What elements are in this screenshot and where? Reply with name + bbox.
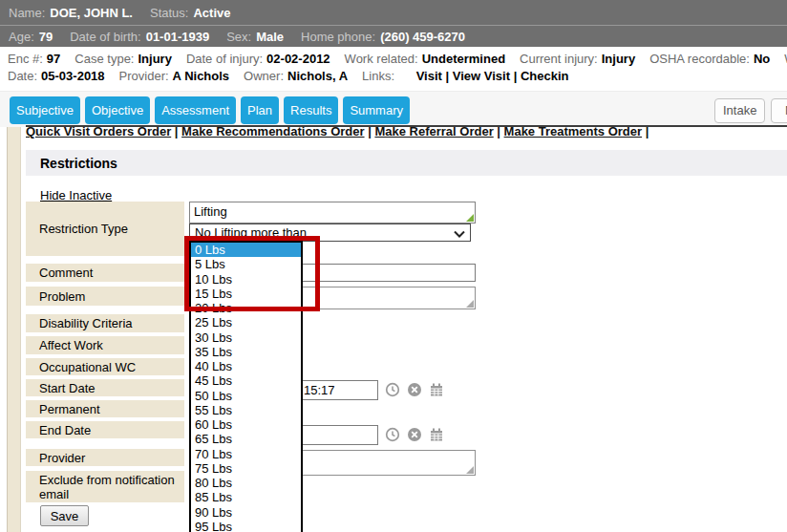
field-label: Name:: [9, 6, 45, 20]
section-header: Restrictions: [26, 150, 787, 176]
label-problem: Problem: [26, 287, 184, 306]
dropdown-option[interactable]: 40 Lbs: [191, 359, 301, 373]
encounter-info-line1: Enc #:97Case type:InjuryDate of injury:0…: [8, 52, 787, 66]
encounter-field: Owner:Nichols, A: [244, 69, 362, 83]
field-label: Date of birth:: [70, 30, 140, 44]
header-buttons: IntakeNu: [714, 98, 787, 123]
header-button[interactable]: Nu: [771, 98, 787, 123]
field-value: A Nichols: [173, 69, 229, 83]
field-label: Home phone:: [301, 30, 375, 44]
encounter-link[interactable]: View Visit: [453, 69, 510, 83]
visit-tab[interactable]: Subjective: [10, 96, 80, 124]
dropdown-option[interactable]: 5 Lbs: [191, 257, 301, 271]
encounter-field: Date:05-03-2018: [8, 69, 119, 83]
resize-grip-icon[interactable]: [466, 214, 474, 222]
field-label: OSHA recordable:: [649, 52, 750, 66]
dropdown-option[interactable]: 80 Lbs: [191, 476, 301, 490]
encounter-link[interactable]: Checkin: [521, 69, 569, 83]
dropdown-option[interactable]: 45 Lbs: [191, 373, 301, 388]
label-end-date: End Date: [26, 421, 184, 438]
dropdown-option[interactable]: 35 Lbs: [191, 345, 301, 359]
resize-grip-icon[interactable]: [466, 300, 474, 308]
encounter-field: Provider:A Nichols: [119, 69, 245, 83]
field-value: Nichols, A: [287, 69, 348, 83]
dropdown-option[interactable]: 0 Lbs: [191, 243, 301, 257]
encounter-field: OSHA recordable:No: [649, 52, 784, 66]
visit-tab[interactable]: Results: [284, 96, 338, 124]
visit-section-tabs: SubjectiveObjectiveAssessmentPlanResults…: [10, 96, 410, 124]
dropdown-option[interactable]: 55 Lbs: [191, 403, 301, 417]
field-value: DOE, JOHN L.: [50, 6, 133, 20]
clock-icon[interactable]: [385, 427, 400, 442]
visit-tab[interactable]: Plan: [241, 96, 279, 124]
label-affect-work: Affect Work: [26, 336, 184, 354]
label-permanent: Permanent: [26, 400, 184, 417]
dropdown-option[interactable]: 30 Lbs: [191, 330, 301, 345]
patient-info-bar: Name:DOE, JOHN L.Status:Active: [0, 0, 787, 25]
clock-icon[interactable]: [385, 382, 400, 397]
calendar-icon[interactable]: [429, 427, 444, 442]
patient-field: Home phone:(260) 459-6270: [301, 30, 482, 44]
field-label: Date of injury:: [186, 52, 263, 66]
header-button[interactable]: Intake: [714, 98, 765, 123]
section-title: Restrictions: [40, 156, 117, 171]
order-link[interactable]: Make Treatments Order: [504, 126, 643, 138]
field-value: 79: [39, 30, 53, 44]
field-label: Links:: [362, 69, 394, 83]
field-label: Case type:: [74, 52, 134, 66]
encounter-field: Case type:Injury: [74, 52, 186, 66]
dropdown-option[interactable]: 25 Lbs: [191, 315, 301, 330]
encounter-fields: Date:05-03-2018Provider:A NicholsOwner:N…: [8, 69, 413, 83]
encounter-links: Visit | View Visit | Checkin: [413, 69, 568, 83]
restriction-name-value: Lifting: [194, 204, 227, 219]
resize-grip-icon[interactable]: [466, 466, 474, 474]
encounter-field: Work related:Undetermined: [345, 52, 520, 66]
save-button[interactable]: Save: [40, 505, 89, 526]
dropdown-option[interactable]: 75 Lbs: [191, 461, 301, 476]
clear-icon[interactable]: [407, 382, 422, 397]
field-value: Undetermined: [422, 52, 505, 66]
order-link[interactable]: Make Referral Order: [374, 126, 493, 138]
encounter-field: Enc #:97: [8, 52, 74, 66]
encounter-info-line2: Date:05-03-2018Provider:A NicholsOwner:N…: [8, 69, 787, 83]
clear-icon[interactable]: [407, 427, 422, 442]
field-value: 02-02-2012: [266, 52, 330, 66]
label-restriction-type: Restriction Type: [26, 202, 184, 256]
left-panel-strip: [7, 127, 21, 532]
restriction-name-textarea[interactable]: Lifting: [189, 202, 476, 223]
order-links-row: Quick Visit Orders Order | Make Recommen…: [26, 126, 787, 142]
field-value: 01-01-1939: [146, 30, 210, 44]
chevron-down-icon: [453, 227, 466, 244]
order-link[interactable]: Make Recommendations Order: [181, 126, 364, 138]
dropdown-option[interactable]: 95 Lbs: [191, 520, 301, 532]
encounter-field: Date of injury:02-02-2012: [186, 52, 345, 66]
field-label: Age:: [9, 30, 34, 44]
visit-tab[interactable]: Summary: [343, 96, 410, 124]
visit-tab[interactable]: Assessment: [155, 96, 236, 124]
dropdown-option[interactable]: 85 Lbs: [191, 490, 301, 504]
calendar-icon[interactable]: [429, 382, 444, 397]
dropdown-option[interactable]: 70 Lbs: [191, 447, 301, 461]
label-occupational-wc: Occupational WC: [26, 358, 184, 375]
encounter-field: Current injury:Injury: [520, 52, 649, 66]
end-date-icons: [385, 427, 444, 442]
dropdown-option[interactable]: 65 Lbs: [191, 432, 301, 446]
patient-field: Name:DOE, JOHN L.: [9, 6, 150, 20]
restriction-type-select[interactable]: No Lifting more than: [189, 223, 471, 242]
dropdown-option[interactable]: 10 Lbs: [191, 272, 301, 287]
encounter-link[interactable]: Visit: [416, 69, 442, 83]
label-disability-criteria: Disability Criteria: [26, 314, 184, 332]
dropdown-option[interactable]: 90 Lbs: [191, 505, 301, 520]
field-value: (260) 459-6270: [380, 30, 465, 44]
dropdown-option[interactable]: 20 Lbs: [191, 301, 301, 315]
visit-tab[interactable]: Objective: [85, 96, 150, 124]
field-label: Owner:: [244, 69, 284, 83]
dropdown-option[interactable]: 60 Lbs: [191, 417, 301, 432]
weight-dropdown-list: 0 Lbs5 Lbs10 Lbs15 Lbs20 Lbs25 Lbs30 Lbs…: [189, 241, 303, 532]
order-link[interactable]: Quick Visit Orders Order: [26, 126, 171, 138]
dropdown-option[interactable]: 50 Lbs: [191, 389, 301, 403]
field-value: Injury: [138, 52, 171, 66]
patient-field: Status:Active: [150, 6, 248, 20]
hide-inactive-link[interactable]: Hide Inactive: [40, 188, 112, 202]
dropdown-option[interactable]: 15 Lbs: [191, 287, 301, 301]
